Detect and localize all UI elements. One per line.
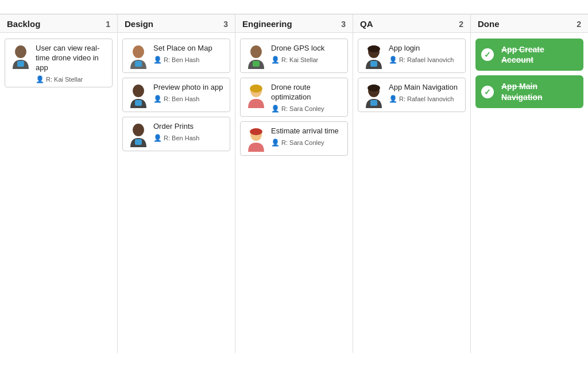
task-title: User can view real-time drone video in a… (36, 44, 107, 73)
column-header-backlog: Backlog1 (0, 14, 117, 33)
column-header-qa: QA2 (353, 14, 470, 33)
avatar-card-d2 (127, 83, 149, 108)
user-icon: 👤 (153, 134, 162, 142)
svg-point-0 (15, 45, 26, 58)
task-assignee: 👤R: Rafael Ivanovich (389, 56, 461, 64)
column-title-done: Done (478, 19, 573, 29)
user-icon: 👤 (153, 95, 162, 103)
task-title: App Main Navigation (501, 81, 578, 102)
task-assignee: 👤R: Sara Conley (271, 105, 343, 113)
task-content-card-d3: Order Prints👤R: Ben Hash (153, 122, 225, 142)
task-card-card-d1[interactable]: Set Place on Map👤R: Ben Hash (122, 39, 230, 73)
task-card-card-e1[interactable]: Drone GPS lock👤R: Kai Stellar (240, 39, 348, 73)
user-icon: 👤 (36, 75, 44, 83)
svg-rect-15 (253, 144, 260, 150)
column-body-done: App Create AccountApp Main Navigation (471, 33, 588, 114)
assignee-name: R: Kai Stellar (46, 76, 83, 83)
svg-point-2 (133, 45, 144, 58)
assignee-name: R: Ben Hash (164, 56, 199, 63)
task-card-card-q1[interactable]: App login👤R: Rafael Ivanovich (358, 39, 466, 73)
column-backlog: Backlog1 User can view real-time drone v… (0, 14, 118, 353)
user-icon: 👤 (271, 105, 280, 113)
task-card-card-d3[interactable]: Order Prints👤R: Ben Hash (122, 117, 230, 151)
svg-point-20 (368, 85, 380, 91)
avatar-card-b1 (10, 44, 32, 69)
column-count-design: 3 (223, 20, 228, 29)
task-content-card-e3: Estimate arrival time👤R: Sara Conley (271, 126, 343, 147)
svg-point-17 (368, 45, 380, 52)
assignee-name: R: Sara Conley (281, 139, 324, 146)
column-count-backlog: 1 (106, 20, 110, 29)
task-card-card-dn2[interactable]: App Main Navigation (475, 75, 583, 108)
svg-point-14 (250, 128, 262, 135)
task-assignee: 👤R: Sara Conley (271, 139, 343, 147)
column-header-design: Design3 (118, 14, 235, 33)
svg-rect-9 (253, 61, 260, 67)
column-count-done: 2 (577, 20, 581, 29)
column-header-engineering: Engineering3 (235, 14, 353, 33)
column-body-design: Set Place on Map👤R: Ben Hash Preview pho… (118, 33, 235, 157)
assignee-name: R: Rafael Ivanovich (399, 95, 454, 102)
svg-rect-3 (135, 61, 142, 67)
task-content-card-d2: Preview photo in app👤R: Ben Hash (153, 83, 225, 103)
task-card-card-dn1[interactable]: App Create Account (475, 39, 583, 71)
column-count-engineering: 3 (341, 20, 346, 29)
task-content-card-q1: App login👤R: Rafael Ivanovich (389, 44, 461, 64)
user-icon: 👤 (389, 95, 397, 103)
column-body-engineering: Drone GPS lock👤R: Kai Stellar Drone rout… (235, 33, 353, 162)
column-qa: QA2 App login👤R: Rafael Ivanovich App Ma… (353, 14, 471, 353)
avatar-card-d3 (127, 122, 149, 147)
task-assignee: 👤R: Ben Hash (153, 56, 225, 64)
task-assignee: 👤R: Rafael Ivanovich (389, 95, 461, 103)
svg-rect-7 (135, 139, 142, 145)
task-content-card-b1: User can view real-time drone video in a… (36, 44, 107, 83)
assignee-name: R: Kai Stellar (281, 56, 318, 63)
task-assignee: 👤R: Ben Hash (153, 134, 225, 142)
task-title: App Create Account (501, 44, 578, 65)
user-icon: 👤 (271, 56, 280, 64)
kanban-board: Backlog1 User can view real-time drone v… (0, 14, 588, 353)
svg-rect-5 (135, 100, 142, 106)
assignee-name: R: Rafael Ivanovich (399, 56, 454, 63)
task-title: Drone route optimization (271, 83, 343, 102)
done-check-icon (481, 86, 494, 98)
task-title: App login (389, 44, 461, 53)
task-card-card-e2[interactable]: Drone route optimization👤R: Sara Conley (240, 78, 348, 117)
column-header-done: Done2 (471, 14, 588, 33)
svg-rect-18 (370, 61, 377, 67)
avatar-card-q2 (363, 83, 385, 108)
column-title-design: Design (125, 19, 220, 29)
task-content-card-e2: Drone route optimization👤R: Sara Conley (271, 83, 343, 113)
svg-rect-12 (253, 100, 260, 106)
task-assignee: 👤R: Kai Stellar (271, 56, 343, 64)
column-done: Done2App Create AccountApp Main Navigati… (471, 14, 588, 353)
task-card-card-e3[interactable]: Estimate arrival time👤R: Sara Conley (240, 121, 348, 156)
task-card-card-q2[interactable]: App Main Navigation👤R: Rafael Ivanovich (358, 78, 466, 112)
svg-point-11 (250, 85, 262, 93)
avatar-card-d1 (127, 44, 149, 69)
task-content-card-d1: Set Place on Map👤R: Ben Hash (153, 44, 225, 64)
svg-point-8 (250, 45, 262, 58)
column-title-engineering: Engineering (242, 19, 338, 29)
column-body-backlog: User can view real-time drone video in a… (0, 33, 117, 93)
task-card-card-d2[interactable]: Preview photo in app👤R: Ben Hash (122, 78, 230, 112)
page-title (0, 0, 588, 14)
user-icon: 👤 (271, 139, 280, 147)
task-content-card-q2: App Main Navigation👤R: Rafael Ivanovich (389, 83, 461, 103)
svg-rect-21 (370, 100, 377, 106)
task-assignee: 👤R: Ben Hash (153, 95, 225, 103)
avatar-card-q1 (363, 44, 385, 69)
column-count-qa: 2 (459, 20, 463, 29)
avatar-card-e2 (245, 83, 267, 108)
task-assignee: 👤R: Kai Stellar (36, 75, 107, 83)
svg-point-4 (133, 85, 144, 97)
task-title: Estimate arrival time (271, 126, 343, 136)
task-card-card-b1[interactable]: User can view real-time drone video in a… (5, 39, 113, 87)
column-engineering: Engineering3 Drone GPS lock👤R: Kai Stell… (235, 14, 353, 353)
task-title: App Main Navigation (389, 83, 461, 93)
avatar-card-e3 (245, 126, 267, 152)
assignee-name: R: Ben Hash (164, 95, 199, 102)
column-title-backlog: Backlog (7, 19, 102, 29)
assignee-name: R: Sara Conley (281, 105, 324, 112)
avatar-card-e1 (245, 44, 267, 69)
